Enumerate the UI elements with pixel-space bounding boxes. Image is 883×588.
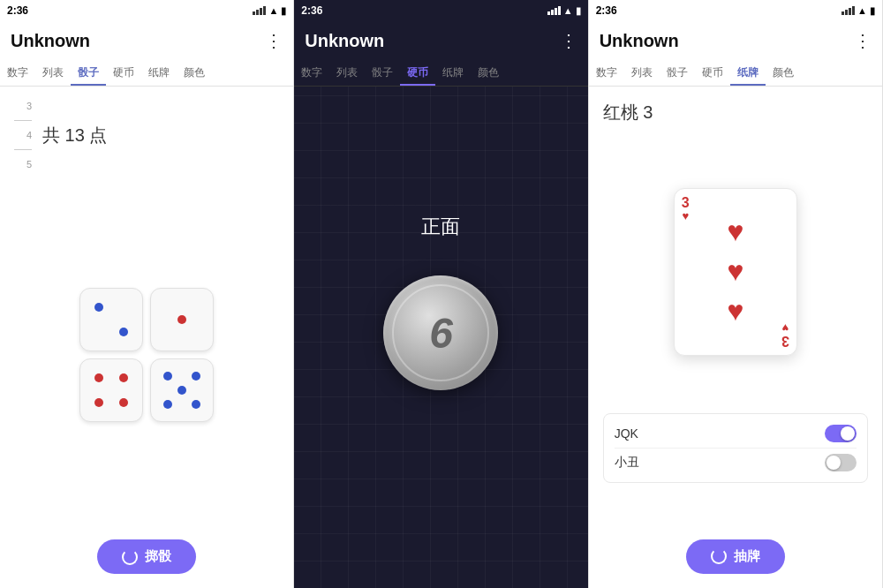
dice-score-area: 3 4 5 共 13 点 <box>14 101 279 170</box>
die1-dot1 <box>94 303 103 312</box>
ruler-num-3: 3 <box>26 101 32 111</box>
menu-icon-right[interactable]: ⋮ <box>854 30 872 51</box>
tab-card-right[interactable]: 纸牌 <box>730 60 766 86</box>
top-bar-mid: Unknown ⋮ <box>294 21 587 60</box>
tab-list-left[interactable]: 列表 <box>35 60 71 86</box>
tab-bar-right: 数字 列表 骰子 硬币 纸牌 颜色 <box>589 60 882 87</box>
status-icons-mid: ▲ ▮ <box>547 5 581 17</box>
card-corner-top: 3 ♥ <box>682 196 690 222</box>
die-4 <box>150 358 214 422</box>
roll-dice-button[interactable]: 掷骰 <box>97 539 196 574</box>
tab-digit-right[interactable]: 数字 <box>589 60 624 86</box>
dice-content: 3 4 5 共 13 点 <box>0 87 293 588</box>
coin-content[interactable]: 正面 6 <box>294 87 587 588</box>
battery-icon-left: ▮ <box>281 5 286 17</box>
ruler-line-top <box>14 120 32 121</box>
app-title-mid: Unknown <box>305 31 384 51</box>
die4-dot2 <box>192 372 200 381</box>
die1-dot2 <box>119 328 128 336</box>
tab-digit-left[interactable]: 数字 <box>0 60 35 86</box>
card-number-bottom: 3 <box>781 334 789 348</box>
draw-card-button[interactable]: 抽牌 <box>686 539 785 574</box>
tab-card-mid[interactable]: 纸牌 <box>435 60 471 86</box>
signal-icon-left <box>253 6 266 15</box>
roll-dice-label: 掷骰 <box>145 548 171 565</box>
menu-icon-mid[interactable]: ⋮ <box>560 30 577 51</box>
toggle-joker[interactable] <box>825 454 857 471</box>
card-title: 红桃 3 <box>603 101 653 124</box>
tab-card-left[interactable]: 纸牌 <box>141 60 177 86</box>
toggle-label-joker: 小丑 <box>615 455 639 471</box>
number-ruler: 3 4 5 <box>14 101 32 170</box>
die4-dot3 <box>177 386 186 395</box>
toggle-row-jqk: JQK <box>615 419 857 448</box>
signal-icon-right <box>841 6 855 15</box>
tab-list-right[interactable]: 列表 <box>624 60 660 86</box>
tab-dice-right[interactable]: 骰子 <box>660 60 695 86</box>
battery-icon-right: ▮ <box>870 5 875 17</box>
status-bar-left: 2:36 ▲ ▮ <box>0 0 293 21</box>
refresh-icon-dice <box>122 549 138 565</box>
dice-panel: 2:36 ▲ ▮ Unknown ⋮ 数字 列表 骰子 硬币 纸牌 颜色 3 4 <box>0 0 294 588</box>
die3-dot2 <box>119 373 128 382</box>
coin-inner: 6 <box>392 284 489 381</box>
die4-dot4 <box>163 400 172 409</box>
coin-value: 6 <box>429 309 453 358</box>
ruler-num-5: 5 <box>26 159 32 170</box>
tab-color-right[interactable]: 颜色 <box>766 60 801 86</box>
card-number-top: 3 <box>682 196 690 210</box>
battery-icon-mid: ▮ <box>576 5 581 17</box>
wifi-icon-mid: ▲ <box>563 5 573 16</box>
refresh-icon-card <box>711 548 727 564</box>
tab-color-mid[interactable]: 颜色 <box>471 60 506 86</box>
playing-card: 3 ♥ ♥ ♥ ♥ 3 ♥ <box>674 188 797 356</box>
status-bar-right: 2:36 ▲ ▮ <box>589 0 882 21</box>
die4-dot5 <box>192 400 200 409</box>
wifi-icon-right: ▲ <box>857 5 867 16</box>
die-1 <box>79 288 143 351</box>
toggle-label-jqk: JQK <box>615 426 638 441</box>
time-left: 2:36 <box>7 4 28 17</box>
tab-coin-mid[interactable]: 硬币 <box>400 60 435 86</box>
tab-digit-mid[interactable]: 数字 <box>294 60 329 86</box>
top-bar-right: Unknown ⋮ <box>589 21 882 60</box>
tab-dice-left[interactable]: 骰子 <box>71 60 106 86</box>
tab-coin-left[interactable]: 硬币 <box>106 60 141 86</box>
card-corner-bottom: 3 ♥ <box>781 322 789 348</box>
die2-dot1 <box>177 315 186 324</box>
die3-dot4 <box>119 398 128 407</box>
menu-icon-left[interactable]: ⋮ <box>265 30 283 51</box>
card-suit-top: ♥ <box>682 210 689 222</box>
score-text: 共 13 点 <box>42 124 107 147</box>
ruler-num-4: 4 <box>26 130 32 140</box>
app-title-left: Unknown <box>11 31 90 51</box>
die-3 <box>79 358 143 422</box>
tab-bar-left: 数字 列表 骰子 硬币 纸牌 颜色 <box>0 60 293 87</box>
top-bar-left: Unknown ⋮ <box>0 21 293 60</box>
status-bar-mid: 2:36 ▲ ▮ <box>294 0 587 21</box>
die3-dot1 <box>94 373 103 382</box>
toggle-section: JQK 小丑 <box>603 413 868 483</box>
tab-list-mid[interactable]: 列表 <box>329 60 365 86</box>
time-right: 2:36 <box>596 4 617 17</box>
app-title-right: Unknown <box>600 31 679 51</box>
die-2 <box>150 288 214 351</box>
coin-face-label: 正面 <box>421 214 460 240</box>
draw-card-label: 抽牌 <box>734 548 760 565</box>
toggle-knob-jqk <box>841 426 855 441</box>
card-suit-bottom: ♥ <box>782 322 789 334</box>
card-panel: 2:36 ▲ ▮ Unknown ⋮ 数字 列表 骰子 硬币 纸牌 颜色 红桃 … <box>589 0 883 588</box>
ruler-line-bottom <box>14 149 32 150</box>
card-content: 红桃 3 3 ♥ ♥ ♥ ♥ 3 ♥ JQK <box>589 87 882 588</box>
tab-color-left[interactable]: 颜色 <box>177 60 212 86</box>
heart-mid: ♥ <box>727 255 743 288</box>
heart-top: ♥ <box>727 215 743 248</box>
heart-bottom: ♥ <box>727 295 743 328</box>
coin-display: 6 <box>383 275 498 390</box>
die4-dot1 <box>163 372 172 381</box>
tab-coin-right[interactable]: 硬币 <box>695 60 730 86</box>
status-icons-left: ▲ ▮ <box>253 5 286 17</box>
wifi-icon-left: ▲ <box>268 5 278 16</box>
toggle-jqk[interactable] <box>825 425 857 442</box>
tab-dice-mid[interactable]: 骰子 <box>365 60 400 86</box>
